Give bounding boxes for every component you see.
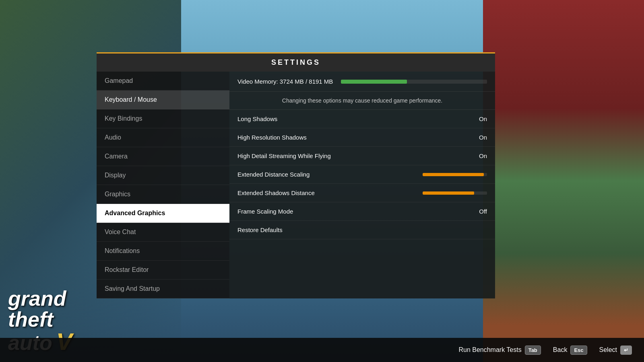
video-memory-fill	[341, 80, 407, 84]
setting-long-shadows-label: Long Shadows	[237, 115, 467, 122]
setting-high-res-shadows-label: High Resolution Shadows	[237, 134, 467, 141]
video-memory-label: Video Memory: 3724 MB / 8191 MB	[237, 78, 333, 85]
warning-row: Changing these options may cause reduced…	[229, 92, 495, 110]
run-benchmark-button[interactable]: Run Benchmark Tests Tab	[458, 346, 541, 355]
logo-grand: grand	[8, 288, 72, 309]
back-button[interactable]: Back Esc	[553, 346, 587, 355]
settings-body: Gamepad Keyboard / Mouse Key Bindings Au…	[97, 72, 495, 298]
bottom-bar: Run Benchmark Tests Tab Back Esc Select …	[0, 338, 644, 362]
bg-containers	[483, 0, 644, 362]
settings-content: Video Memory: 3724 MB / 8191 MB Changing…	[229, 72, 495, 298]
setting-high-detail-streaming[interactable]: High Detail Streaming While Flying On	[229, 147, 495, 165]
sidebar-item-keyboard-mouse[interactable]: Keyboard / Mouse	[97, 90, 229, 109]
settings-nav: Gamepad Keyboard / Mouse Key Bindings Au…	[97, 72, 229, 298]
sidebar-item-voice-chat[interactable]: Voice Chat	[97, 223, 229, 242]
run-benchmark-label: Run Benchmark Tests	[458, 346, 521, 354]
sidebar-item-rockstar-editor[interactable]: Rockstar Editor	[97, 261, 229, 280]
setting-high-detail-streaming-value: On	[467, 152, 487, 159]
setting-high-res-shadows[interactable]: High Resolution Shadows On	[229, 128, 495, 147]
sidebar-item-audio[interactable]: Audio	[97, 128, 229, 147]
setting-restore-defaults-label: Restore Defaults	[237, 226, 487, 233]
setting-high-res-shadows-value: On	[467, 134, 487, 141]
back-label: Back	[553, 346, 568, 354]
extended-shadows-fill	[423, 191, 474, 195]
sidebar-item-graphics[interactable]: Graphics	[97, 185, 229, 204]
setting-frame-scaling-mode-value: Off	[467, 208, 487, 215]
sidebar-item-gamepad[interactable]: Gamepad	[97, 72, 229, 90]
video-memory-bar	[341, 80, 487, 84]
setting-extended-distance-scaling[interactable]: Extended Distance Scaling	[229, 165, 495, 184]
sidebar-item-key-bindings[interactable]: Key Bindings	[97, 109, 229, 128]
run-benchmark-key: Tab	[525, 346, 541, 355]
setting-frame-scaling-mode-label: Frame Scaling Mode	[237, 208, 467, 215]
settings-title: SETTINGS	[271, 58, 320, 66]
extended-shadows-bar	[423, 191, 487, 195]
sidebar-item-advanced-graphics[interactable]: Advanced Graphics	[97, 204, 229, 223]
back-key: Esc	[570, 346, 587, 355]
setting-extended-shadows-distance[interactable]: Extended Shadows Distance	[229, 184, 495, 202]
setting-frame-scaling-mode[interactable]: Frame Scaling Mode Off	[229, 202, 495, 221]
select-label: Select	[599, 346, 617, 354]
select-button[interactable]: Select ↵	[599, 346, 632, 355]
sidebar-item-camera[interactable]: Camera	[97, 147, 229, 166]
setting-long-shadows[interactable]: Long Shadows On	[229, 110, 495, 128]
sidebar-item-notifications[interactable]: Notifications	[97, 242, 229, 261]
setting-restore-defaults[interactable]: Restore Defaults	[229, 221, 495, 239]
sidebar-item-display[interactable]: Display	[97, 166, 229, 185]
warning-text: Changing these options may cause reduced…	[282, 97, 442, 104]
logo-theft: theft	[8, 309, 72, 330]
setting-high-detail-streaming-label: High Detail Streaming While Flying	[237, 152, 467, 159]
video-memory-row: Video Memory: 3724 MB / 8191 MB	[229, 72, 495, 92]
setting-long-shadows-value: On	[467, 115, 487, 122]
setting-extended-shadows-distance-label: Extended Shadows Distance	[237, 189, 423, 196]
extended-distance-fill	[423, 173, 484, 176]
setting-extended-distance-scaling-label: Extended Distance Scaling	[237, 171, 423, 178]
sidebar-item-saving-startup[interactable]: Saving And Startup	[97, 280, 229, 298]
extended-distance-bar	[423, 173, 487, 176]
settings-panel: SETTINGS Gamepad Keyboard / Mouse Key Bi…	[97, 52, 495, 298]
select-key: ↵	[620, 346, 632, 355]
settings-title-bar: SETTINGS	[97, 52, 495, 72]
